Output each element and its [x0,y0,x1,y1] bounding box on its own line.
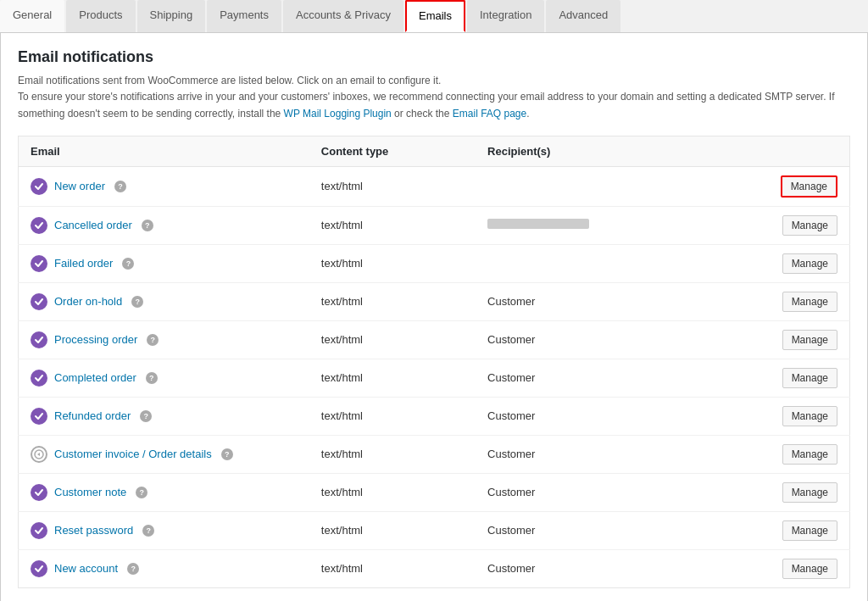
email-name-link[interactable]: Reset password [54,524,133,537]
email-name-link[interactable]: Order on-hold [54,295,122,308]
help-icon[interactable]: ? [127,563,139,575]
action-cell: Manage [683,282,849,320]
content-type-cell: text/html [309,166,476,206]
email-name-link[interactable]: Customer invoice / Order details [54,448,212,460]
content-type-cell: text/html [309,282,476,320]
manage-button[interactable]: Manage [782,520,837,541]
col-header-action [683,136,849,166]
manage-button[interactable]: Manage [782,292,837,312]
table-row: Processing order?text/htmlCustomerManage [19,320,850,359]
check-icon [31,522,47,539]
email-name-link[interactable]: Cancelled order [54,219,132,231]
help-icon[interactable]: ? [131,296,143,308]
content-type-cell: text/html [309,435,476,473]
content-type-cell: text/html [309,359,476,397]
help-icon[interactable]: ? [140,410,152,422]
email-name-link[interactable]: New order [54,180,105,192]
check-icon [31,293,47,310]
check-icon [31,331,47,348]
check-icon [31,484,47,501]
col-header-content: Content type [309,136,476,166]
recipient-cell: Customer [476,397,683,435]
tab-shipping[interactable]: Shipping [137,0,206,32]
email-name-link[interactable]: Failed order [54,257,113,270]
table-row: New order?text/htmlManage [19,166,850,206]
help-icon[interactable]: ? [221,448,233,460]
action-cell: Manage [683,473,849,511]
recipient-cell: Customer [476,473,683,511]
tab-integration[interactable]: Integration [467,0,544,32]
recipient-cell: Customer [476,549,683,587]
manage-button[interactable]: Manage [782,406,837,426]
help-icon[interactable]: ? [122,258,134,270]
tab-bar: GeneralProductsShippingPaymentsAccounts … [0,0,868,33]
manage-button[interactable]: Manage [782,444,837,465]
col-header-email: Email [19,136,309,166]
action-cell: Manage [683,549,849,587]
help-icon[interactable]: ? [142,220,153,231]
email-name-link[interactable]: Refunded order [54,409,131,422]
email-table: Email Content type Recipient(s) New orde… [18,136,850,588]
help-icon[interactable]: ? [142,525,154,537]
col-header-recipients: Recipient(s) [476,136,683,166]
tab-payments[interactable]: Payments [207,0,281,32]
email-name-link[interactable]: Completed order [54,371,136,384]
tab-general[interactable]: General [0,0,64,32]
check-icon [31,217,47,234]
email-name-cell: Processing order? [19,320,309,359]
content-type-cell: text/html [309,511,476,549]
recipient-cell [476,244,683,282]
check-icon [31,408,47,425]
recipient-cell: Customer [476,320,683,359]
manage-button[interactable]: Manage [782,368,837,388]
recipient-cell: Customer [476,435,683,473]
recipient-cell: Customer [476,282,683,320]
table-row: Completed order?text/htmlCustomerManage [19,359,850,397]
content-area: Email notifications Email notifications … [0,33,868,601]
email-name-cell: Customer note? [19,473,309,511]
recipient-cell [476,206,683,244]
action-cell: Manage [683,511,849,549]
manage-button[interactable]: Manage [782,559,837,579]
content-type-cell: text/html [309,549,476,587]
action-cell: Manage [683,320,849,359]
email-name-cell: Reset password? [19,511,309,549]
action-cell: Manage [683,397,849,435]
email-name-cell: Completed order? [19,359,309,397]
email-name-link[interactable]: New account [54,562,118,575]
email-name-cell: New account? [19,549,309,587]
description: Email notifications sent from WooCommerc… [18,73,850,122]
tab-products[interactable]: Products [66,0,135,32]
tab-accounts-privacy[interactable]: Accounts & Privacy [283,0,403,32]
recipient-cell [476,166,683,206]
action-cell: Manage [683,244,849,282]
tab-emails[interactable]: Emails [405,0,465,32]
email-name-link[interactable]: Processing order [54,333,137,346]
content-type-cell: text/html [309,473,476,511]
content-type-cell: text/html [309,320,476,359]
help-icon[interactable]: ? [136,487,147,498]
help-icon[interactable]: ? [114,181,126,192]
manage-button[interactable]: Manage [782,215,837,236]
table-row: Customer invoice / Order details?text/ht… [19,435,850,473]
help-icon[interactable]: ? [147,334,159,346]
email-faq-link[interactable]: Email FAQ page [453,108,526,120]
table-row: Cancelled order?text/htmlManage [19,206,850,244]
manage-button[interactable]: Manage [781,175,837,198]
manage-button[interactable]: Manage [782,482,837,503]
manage-button[interactable]: Manage [782,330,837,350]
check-icon [31,255,47,272]
tab-advanced[interactable]: Advanced [546,0,620,32]
email-name-cell: Order on-hold? [19,282,309,320]
manage-button[interactable]: Manage [782,253,837,274]
action-cell: Manage [683,435,849,473]
circle-arrow-icon [31,446,47,463]
email-name-cell: Refunded order? [19,397,309,435]
email-name-cell: Customer invoice / Order details? [19,435,309,473]
wp-mail-logging-link[interactable]: WP Mail Logging Plugin [284,108,392,120]
table-row: Order on-hold?text/htmlCustomerManage [19,282,850,320]
email-name-link[interactable]: Customer note [54,486,126,498]
recipient-blurred [487,219,589,229]
content-type-cell: text/html [309,397,476,435]
help-icon[interactable]: ? [146,372,158,384]
